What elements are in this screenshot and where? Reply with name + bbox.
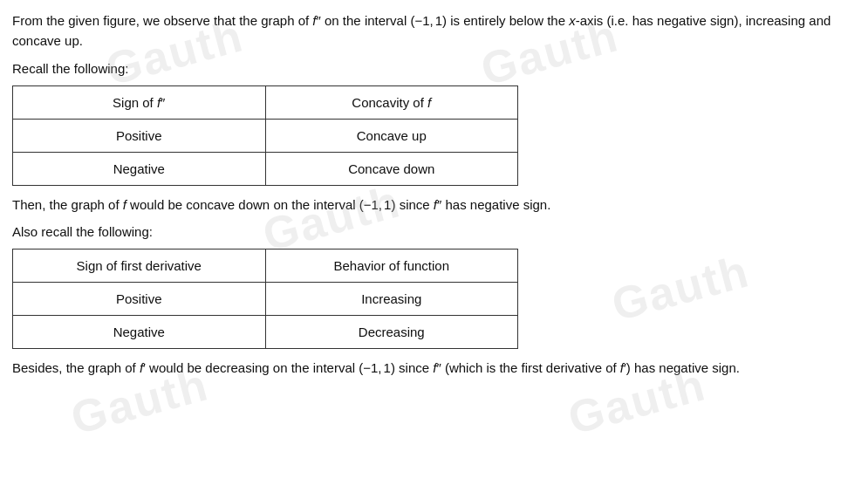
- table-row: Positive Increasing: [13, 283, 518, 316]
- table1-header-concavity: Concavity of f: [265, 85, 518, 119]
- watermark-4: Gauth: [606, 244, 755, 331]
- table1-header-sign: Sign of f″: [13, 85, 266, 119]
- final-line1: Besides, the graph of f′ would be decrea…: [12, 358, 856, 378]
- intro-line1: From the given figure, we observe that t…: [12, 10, 856, 51]
- middle-paragraph: Then, the graph of f would be concave do…: [12, 195, 856, 243]
- table1-positive-sign: Positive: [13, 119, 266, 152]
- also-recall-label: Also recall the following:: [12, 222, 856, 242]
- table1-concave-up: Concave up: [265, 119, 518, 152]
- table2-negative-sign: Negative: [13, 316, 266, 349]
- concavity-table: Sign of f″ Concavity of f Positive Conca…: [12, 85, 518, 186]
- table1-negative-sign: Negative: [13, 152, 266, 185]
- table-row: Negative Decreasing: [13, 316, 518, 349]
- derivative-table: Sign of first derivative Behavior of fun…: [12, 249, 518, 349]
- table-row: Positive Concave up: [13, 119, 518, 152]
- table-row: Negative Concave down: [13, 152, 518, 185]
- table2-header-behavior: Behavior of function: [265, 250, 518, 283]
- table2-increasing: Increasing: [265, 283, 518, 316]
- table2-positive-sign: Positive: [13, 283, 266, 316]
- table1-concave-down: Concave down: [265, 152, 518, 185]
- intro-paragraph: From the given figure, we observe that t…: [12, 10, 856, 79]
- table2-decreasing: Decreasing: [265, 316, 518, 349]
- table2-header-sign: Sign of first derivative: [13, 250, 266, 283]
- recall-label: Recall the following:: [12, 58, 856, 79]
- final-paragraph: Besides, the graph of f′ would be decrea…: [12, 358, 856, 378]
- middle-line1: Then, the graph of f would be concave do…: [12, 195, 856, 215]
